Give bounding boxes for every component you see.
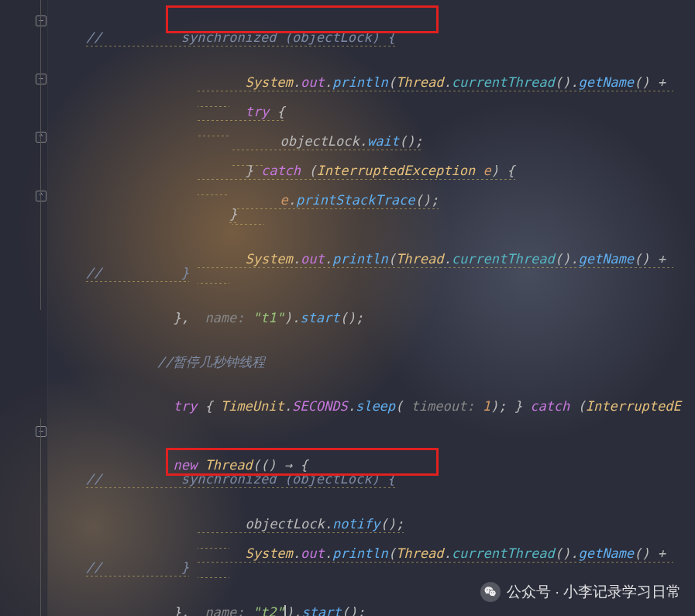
wechat-icon bbox=[480, 582, 501, 602]
annotation-box bbox=[166, 448, 439, 476]
fold-toggle[interactable]: − bbox=[36, 15, 46, 26]
annotation-box bbox=[166, 5, 439, 33]
fold-toggle[interactable]: − bbox=[36, 426, 46, 437]
fold-guide bbox=[40, 418, 41, 616]
fold-guide bbox=[40, 0, 41, 310]
fold-toggle[interactable]: ⌃ bbox=[36, 132, 46, 143]
watermark-text: 公众号 · 小李记录学习日常 bbox=[507, 582, 681, 602]
watermark: 公众号 · 小李记录学习日常 bbox=[480, 582, 681, 602]
fold-toggle[interactable]: − bbox=[36, 74, 46, 84]
code-text: try { TimeUnit.SECONDS.sleep( timeout: 1… bbox=[126, 398, 681, 429]
editor-gutter: − − ⌃ ⌃ − bbox=[0, 0, 48, 616]
code-text: }, name: "t2").start(); bbox=[126, 604, 365, 616]
code-text: }, name: "t1").start(); bbox=[126, 310, 363, 341]
fold-toggle[interactable]: ⌃ bbox=[36, 191, 46, 201]
